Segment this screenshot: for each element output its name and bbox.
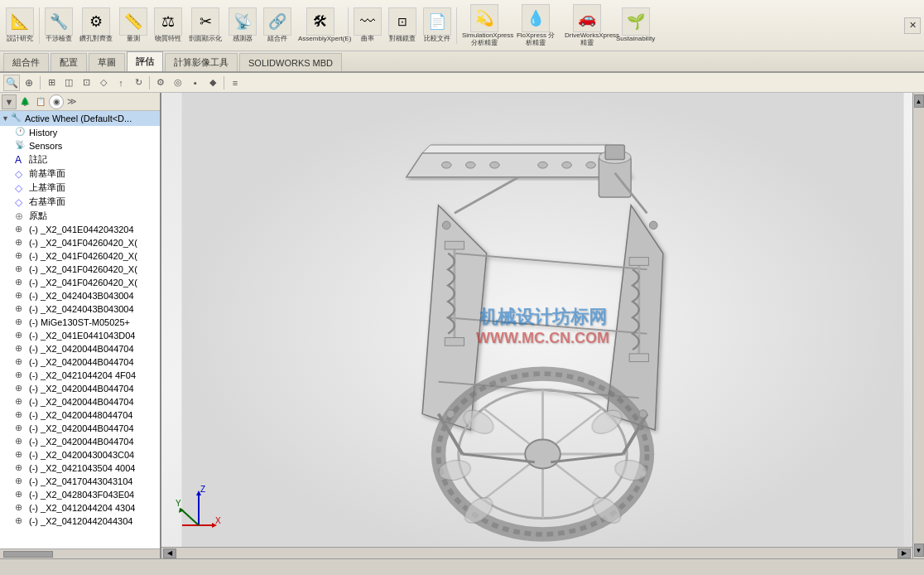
toolbar-label: 量測 [127,36,140,43]
tree-item[interactable]: ◇ 上基準面 [0,181,160,195]
tree-item[interactable]: ⊕(-) _X2_04120442044304 [0,515,160,528]
toolbar-group-driveworks[interactable]: 🚗 DriveWorksXpress 精靈 [562,2,612,49]
toolbar-group-physical[interactable]: ⚖ 物質特性 [152,6,185,45]
root-label: Active Wheel (Default<D... [25,114,132,123]
view-orient-icon[interactable]: ⊞ [43,75,60,91]
view-section-icon[interactable]: ⊡ [78,75,94,91]
zoom-select-icon[interactable]: ⊕ [21,75,37,91]
tree-icon[interactable]: 🌲 [17,94,32,109]
item-label: (-) _X2_04200448044704 [29,410,132,420]
svg-text:Z: Z [200,485,205,494]
tree-item[interactable]: ⊕(-) _X2_0421044204 4F04 [0,369,160,382]
tree-item[interactable]: ◇ 前基準面 [0,167,160,181]
tree-item[interactable]: ◇ 右基準面 [0,195,160,209]
item-label: (-) _X2_0420044B044704 [29,437,134,447]
item-label: (-) _X2_041F04260420_X( [29,278,137,288]
close-panel-button[interactable]: ✕ [904,17,921,34]
tree-item[interactable]: ⊕(-) _X2_041E0442043204 [0,223,160,236]
view-up-icon[interactable]: ↑ [113,75,129,91]
tab-sketch[interactable]: 草圖 [89,53,125,71]
tree-item[interactable]: ⊕(-) _X2_0428043F043E04 [0,488,160,501]
view-render-icon[interactable]: ◆ [205,75,221,91]
item-label: (-) _X2_0420044B044704 [29,357,134,367]
toolbar-group-compare[interactable]: 📄 比較文件 [421,6,454,45]
tab-evaluate[interactable]: 評估 [127,51,163,71]
view-light-icon[interactable]: ◎ [170,75,186,91]
view-extra-icon[interactable]: ≡ [227,75,243,91]
item-label: (-) _X2_041F04260420_X( [29,264,137,274]
toolbar-label: Sustainability [616,36,655,43]
tree-item[interactable]: ⊕(-) _X2_04200430043C04 [0,448,160,461]
tree-item[interactable]: ⊕(-) _X2_0420044B044704 [0,355,160,369]
tree-item[interactable]: ⊕(-) _X2_0421043504 4004 [0,461,160,475]
toolbar-label: FloXpress 分析精靈 [513,32,558,47]
tree-item[interactable]: ⊕(-) _X2_0420044B044704 [0,395,160,408]
tab-assembly[interactable]: 組合件 [3,53,49,71]
viewport-hscroll[interactable]: ◀ ▶ [161,547,912,558]
view-settings-icon[interactable]: ⚙ [152,75,169,91]
view-3d-icon[interactable]: ◇ [95,75,112,91]
tab-mbd[interactable]: SOLIDWORKS MBD [239,53,342,71]
item-label: (-) _X2_0421043504 4004 [29,463,135,473]
item-label: (-) _X2_04170443043104 [29,476,132,486]
svg-rect-22 [629,354,648,362]
viewport-vscroll[interactable]: ▲ ▼ [912,93,924,558]
tree-item[interactable]: ⊕(-) _X2_041E0441043D04 [0,329,160,342]
tree-item[interactable]: ⊕(-) _X2_0412044204 4304 [0,501,160,515]
toolbar-group-components[interactable]: 🔗 組合件 [261,6,294,45]
view-bg-icon[interactable]: ▪ [187,75,204,91]
panel-hscroll[interactable] [0,548,160,558]
toolbar-label: 比較文件 [424,36,450,43]
tree-item[interactable]: ⊕(-) _X2_04170443043104 [0,475,160,488]
view-rotate-icon[interactable]: ↻ [130,75,147,91]
toolbar-group-assembly-xpert[interactable]: 🛠 AssemblyXpert(B) [296,6,345,45]
tree-item[interactable]: ⊕ 原點 [0,209,160,223]
tree-area[interactable]: ▼ 🔧 Active Wheel (Default<D... 🕐 History… [0,111,160,548]
toolbar-group-manual-inspect[interactable]: 🔧 干涉檢查 [42,6,75,45]
toolbar-label: AssemblyXpert(B) [298,36,343,43]
tree-item[interactable]: ⊕(-) _X2_0424043B043004 [0,302,160,316]
svg-point-7 [562,162,572,168]
tree-item[interactable]: ⊕(-) _X2_041F04260420_X( [0,249,160,263]
tree-item[interactable]: A 註記 [0,152,160,167]
toolbar-label: 組合件 [267,36,287,43]
toolbar-group-mirror[interactable]: ⊡ 對稱鏡查 [386,6,419,45]
svg-rect-18 [445,241,464,249]
tree-item[interactable]: ⊕(-) _X2_04200448044704 [0,408,160,422]
tree-root[interactable]: ▼ 🔧 Active Wheel (Default<D... [0,111,160,126]
view-display-icon[interactable]: ◫ [60,75,77,91]
tab-compute[interactable]: 計算影像工具 [165,53,238,71]
toolbar-group-hole[interactable]: ⚙ 鑽孔對齊查 [77,6,115,45]
zoom-fit-icon[interactable]: 🔍 [3,75,20,91]
toolbar-group-measure[interactable]: 📏 量測 [117,6,150,45]
expand-icon[interactable]: ≫ [65,94,79,109]
tree-item[interactable]: 🕐 History [0,126,160,139]
svg-point-29 [525,440,561,469]
tree-item[interactable]: ⊕(-) _X2_0420044B044704 [0,422,160,435]
tree-item[interactable]: ⊕(-) _X2_0420044B044704 [0,435,160,448]
toolbar-group-sustainability[interactable]: 🌱 Sustainability [614,6,657,45]
toolbar-group-sensors[interactable]: 📡 感測器 [226,6,259,45]
filter-icon[interactable]: ▼ [2,94,17,109]
viewport[interactable]: 机械设计坊标网 WWW.MC.CN.COM Z X Y [161,93,924,558]
tree-item[interactable]: ⊕(-) MiGe130ST-M05025+ [0,316,160,329]
tree-item[interactable]: ⊕(-) _X2_0420044B044704 [0,342,160,355]
tree-item[interactable]: 📡 Sensors [0,139,160,152]
toolbar-group-section[interactable]: ✂ 剖面顯示化 [186,6,224,45]
item-label: 原點 [29,210,47,222]
tree2-icon[interactable]: 📋 [33,94,48,109]
toolbar-group-flo-xpress[interactable]: 💧 FloXpress 分析精靈 [511,2,561,49]
item-label: (-) _X2_041F04260420_X( [29,238,137,248]
tree-item[interactable]: ⊕(-) _X2_041F04260420_X( [0,236,160,249]
tree-item[interactable]: ⊕(-) _X2_0424043B043004 [0,289,160,302]
tree-item[interactable]: ⊕(-) _X2_041F04260420_X( [0,276,160,289]
toolbar-group-simulation-xpress[interactable]: 💫 SimulationXpress 分析精靈 [460,2,509,49]
tab-config[interactable]: 配置 [51,53,87,71]
tree-item[interactable]: ⊕(-) _X2_0420044B044704 [0,382,160,395]
tree-item[interactable]: ⊕(-) _X2_041F04260420_X( [0,263,160,276]
toolbar-group-design-study[interactable]: 📐 設計研究 [3,6,36,45]
item-label: (-) _X2_0420044B044704 [29,423,134,433]
item-label: (-) _X2_0421044204 4F04 [29,370,136,380]
circle-icon[interactable]: ◉ [49,94,64,109]
toolbar-group-curve[interactable]: 〰 曲率 [351,6,384,45]
